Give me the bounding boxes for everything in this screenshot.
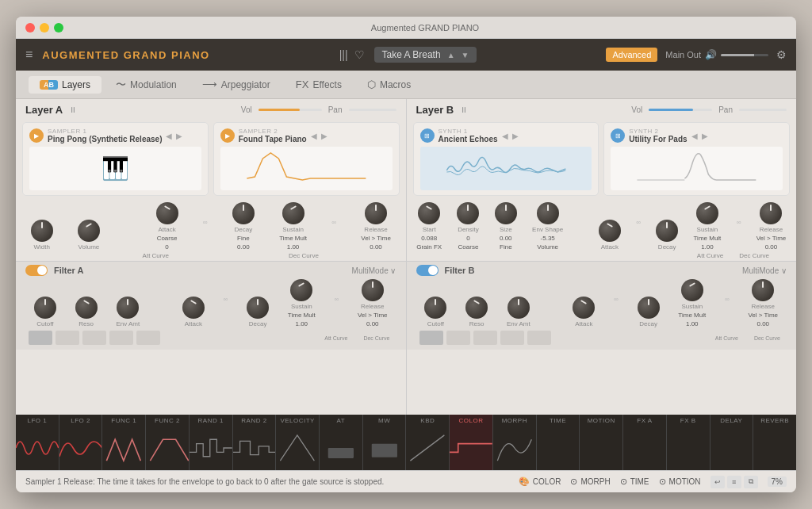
filter-b-mode[interactable]: MultiMode ∨ bbox=[742, 266, 787, 275]
zoom-level[interactable]: 7% bbox=[768, 476, 787, 487]
f-sustain-b-knob[interactable] bbox=[681, 279, 703, 301]
color-button[interactable]: 🎨 COLOR bbox=[519, 476, 561, 487]
preset-up-arrow[interactable]: ▲ bbox=[447, 51, 455, 59]
layer-b-pan-bar[interactable] bbox=[739, 109, 787, 111]
mod-fxb[interactable]: FX B bbox=[667, 415, 710, 470]
decay-b-knob[interactable] bbox=[656, 220, 678, 242]
env-shape-b-knob[interactable] bbox=[537, 202, 559, 224]
mod-morph[interactable]: MORPH bbox=[493, 415, 537, 470]
sustain-b-knob[interactable] bbox=[696, 202, 718, 224]
list-button[interactable]: ≡ bbox=[727, 476, 741, 488]
f-sustain-a-knob[interactable] bbox=[290, 279, 312, 301]
env-amt-a-knob[interactable] bbox=[117, 297, 139, 319]
filter-b-toggle[interactable] bbox=[416, 265, 439, 276]
maximize-button[interactable] bbox=[54, 23, 63, 33]
layer-a-vol-bar[interactable] bbox=[259, 109, 322, 111]
cutoff-b-knob[interactable] bbox=[424, 297, 446, 319]
synth2-icon-btn[interactable]: ⊞ bbox=[611, 128, 625, 143]
mod-rand1[interactable]: RAND 1 bbox=[190, 415, 233, 470]
filter-b-shape-2[interactable] bbox=[446, 331, 470, 345]
sampler2-icon-btn[interactable]: ▶ bbox=[220, 128, 235, 143]
morph-button[interactable]: ⊙ MORPH bbox=[570, 476, 610, 487]
mod-velocity[interactable]: VELOCITY bbox=[276, 415, 320, 470]
filter-shape-1[interactable] bbox=[29, 331, 52, 345]
release-a-knob[interactable] bbox=[365, 202, 387, 224]
layer-b-vol-bar[interactable] bbox=[649, 109, 712, 111]
sampler2-prev[interactable]: ◀ bbox=[311, 132, 317, 140]
f-release-a-knob[interactable] bbox=[362, 279, 384, 301]
tab-layers[interactable]: AB Layers bbox=[29, 76, 102, 94]
attack-b-knob[interactable] bbox=[599, 220, 621, 242]
filter-b-shape-4[interactable] bbox=[500, 331, 524, 345]
mod-rand2[interactable]: RAND 2 bbox=[233, 415, 277, 470]
copy-button[interactable]: ⧉ bbox=[744, 476, 758, 488]
reso-a-knob[interactable] bbox=[75, 297, 98, 319]
mod-delay[interactable]: DELAY bbox=[710, 415, 754, 470]
synth2-prev[interactable]: ◀ bbox=[691, 132, 698, 140]
time-button[interactable]: ⊙ TIME bbox=[620, 476, 649, 487]
filter-shape-5[interactable] bbox=[136, 331, 160, 345]
filter-b-shape-1[interactable] bbox=[419, 331, 443, 345]
minimize-button[interactable] bbox=[40, 23, 49, 33]
synth1-icon-btn[interactable]: ⊞ bbox=[420, 128, 435, 143]
layer-b-pause-icon[interactable]: ⏸ bbox=[460, 105, 468, 114]
width-knob[interactable] bbox=[31, 220, 53, 242]
mod-motion[interactable]: MOTION bbox=[580, 415, 623, 470]
mod-fxa[interactable]: FX A bbox=[623, 415, 667, 470]
undo-button[interactable]: ↩ bbox=[710, 476, 725, 488]
sampler1-next[interactable]: ▶ bbox=[176, 132, 182, 140]
f-attack-b-knob[interactable] bbox=[573, 297, 595, 319]
sampler1-prev[interactable]: ◀ bbox=[166, 132, 172, 140]
f-attack-a-knob[interactable] bbox=[182, 297, 205, 319]
filter-a-toggle[interactable] bbox=[25, 265, 48, 276]
mod-func1[interactable]: FUNC 1 bbox=[102, 415, 146, 470]
advanced-button[interactable]: Advanced bbox=[606, 48, 657, 62]
filter-shape-3[interactable] bbox=[82, 331, 106, 345]
density-b-knob[interactable] bbox=[457, 202, 479, 224]
motion-button[interactable]: ⊙ MOTION bbox=[659, 476, 701, 487]
f-decay-a-knob[interactable] bbox=[247, 297, 269, 319]
tab-effects[interactable]: FX Effects bbox=[285, 75, 353, 94]
mod-func2[interactable]: FUNC 2 bbox=[146, 415, 190, 470]
decay-a-knob[interactable] bbox=[232, 202, 255, 224]
f-release-b-knob[interactable] bbox=[752, 279, 774, 301]
tab-arpeggiator[interactable]: ⟶ Arpeggiator bbox=[191, 75, 282, 94]
filter-shape-2[interactable] bbox=[56, 331, 79, 345]
cutoff-a-knob[interactable] bbox=[34, 297, 56, 319]
reso-b-knob[interactable] bbox=[465, 297, 488, 319]
tab-macros[interactable]: ⬡ Macros bbox=[356, 75, 422, 94]
gear-icon[interactable]: ⚙ bbox=[776, 48, 787, 61]
mod-mw[interactable]: MW bbox=[363, 415, 407, 470]
main-out-slider[interactable] bbox=[721, 54, 768, 56]
mod-at[interactable]: AT bbox=[320, 415, 363, 470]
layer-a-pause-icon[interactable]: ⏸ bbox=[69, 105, 77, 114]
release-b-knob[interactable] bbox=[760, 202, 782, 224]
filter-b-shape-5[interactable] bbox=[527, 331, 551, 345]
f-decay-b-knob[interactable] bbox=[638, 297, 660, 319]
mod-time[interactable]: TIME bbox=[537, 415, 580, 470]
layer-a-pan-bar[interactable] bbox=[349, 109, 396, 111]
favorite-icon[interactable]: ♡ bbox=[354, 48, 365, 61]
volume-a-knob[interactable] bbox=[78, 220, 100, 242]
filter-b-shape-3[interactable] bbox=[473, 331, 497, 345]
menu-icon[interactable]: ≡ bbox=[25, 48, 33, 62]
filter-shape-4[interactable] bbox=[109, 331, 133, 345]
close-button[interactable] bbox=[25, 23, 35, 33]
attack-a-knob[interactable] bbox=[156, 202, 178, 224]
filter-a-mode[interactable]: MultiMode ∨ bbox=[352, 266, 396, 275]
sampler1-icon-btn[interactable]: ▶ bbox=[29, 128, 44, 143]
mod-kbd[interactable]: KBD bbox=[406, 415, 450, 470]
size-b-knob[interactable] bbox=[495, 202, 517, 224]
preset-display[interactable]: Take A Breath ▲ ▼ bbox=[374, 47, 477, 63]
sampler2-next[interactable]: ▶ bbox=[321, 132, 327, 140]
preset-down-arrow[interactable]: ▼ bbox=[462, 51, 469, 59]
mod-lfo1[interactable]: LFO 1 bbox=[16, 415, 59, 470]
synth1-prev[interactable]: ◀ bbox=[502, 132, 508, 140]
env-amt-b-knob[interactable] bbox=[508, 297, 530, 319]
start-b-knob[interactable] bbox=[418, 202, 440, 224]
mod-color[interactable]: COLOR bbox=[450, 415, 493, 470]
synth1-next[interactable]: ▶ bbox=[512, 132, 519, 140]
sustain-a-knob[interactable] bbox=[282, 202, 304, 224]
mod-reverb[interactable]: REVERB bbox=[753, 415, 796, 470]
browser-icon[interactable]: ||| bbox=[339, 48, 348, 61]
